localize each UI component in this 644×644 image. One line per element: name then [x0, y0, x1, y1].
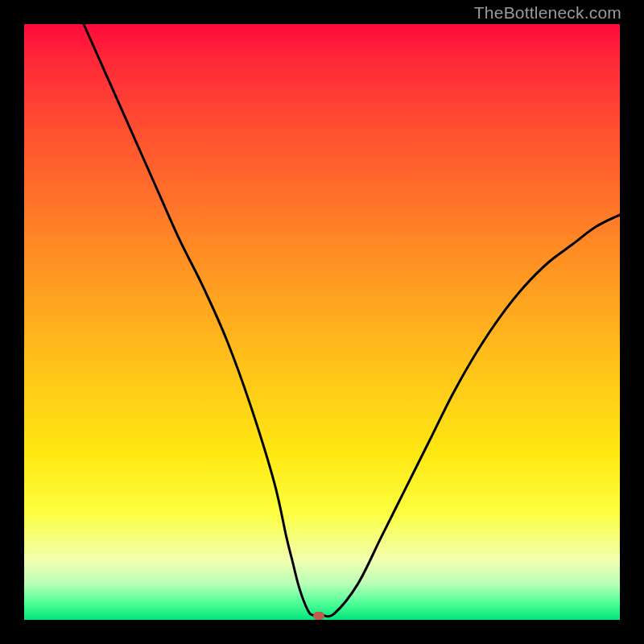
curve-svg [24, 24, 620, 620]
chart-container: TheBottleneck.com [0, 0, 644, 644]
watermark-text: TheBottleneck.com [474, 3, 621, 23]
plot-area [24, 24, 620, 620]
bottleneck-curve [84, 24, 620, 617]
optimal-point-marker [313, 612, 324, 620]
